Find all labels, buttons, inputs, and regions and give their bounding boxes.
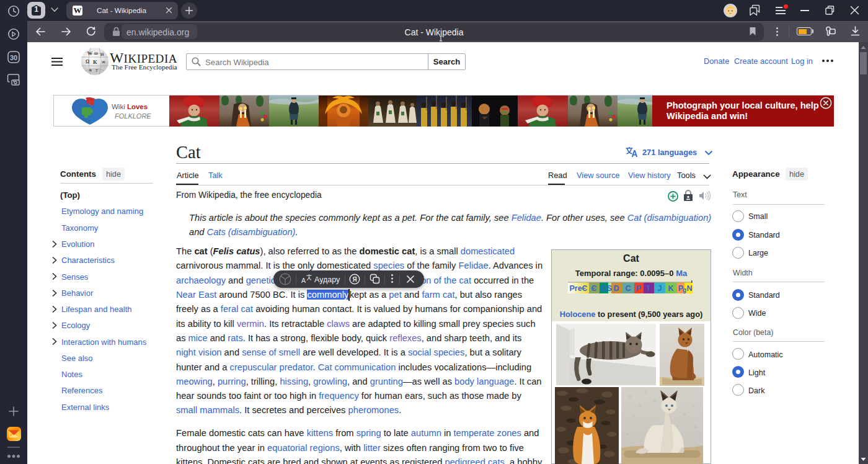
svg-text:T: T [646, 284, 651, 293]
svg-text:А: А [89, 68, 92, 73]
svg-text:PreЄ: PreЄ [569, 284, 587, 293]
svg-text:И: И [100, 52, 104, 57]
svg-text:Я: Я [352, 276, 356, 283]
svg-text:C: C [625, 284, 631, 293]
svg-text:Ω: Ω [94, 51, 98, 56]
svg-text:7: 7 [95, 68, 98, 73]
svg-text:K: K [668, 284, 673, 293]
svg-text:30: 30 [10, 54, 17, 61]
svg-text:Ω: Ω [86, 59, 90, 65]
svg-text:g: g [683, 287, 686, 293]
svg-text:К: К [93, 59, 97, 65]
svg-text:N: N [686, 284, 692, 293]
svg-text:J: J [658, 284, 662, 293]
svg-text:W: W [87, 51, 92, 56]
svg-text:P: P [636, 284, 641, 293]
svg-text:A: A [301, 277, 306, 284]
svg-text:S: S [607, 284, 612, 293]
svg-text:O: O [601, 284, 607, 293]
svg-text:D: D [613, 284, 619, 293]
svg-text:Є: Є [591, 284, 597, 293]
